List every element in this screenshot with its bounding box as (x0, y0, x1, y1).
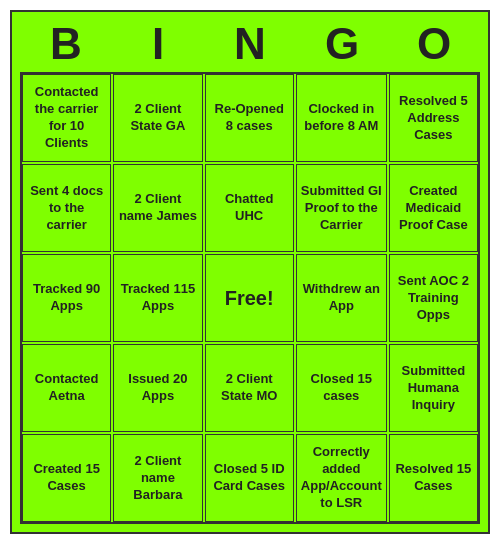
letter-i: I (114, 20, 202, 68)
bingo-cell-6[interactable]: 2 Client name James (113, 164, 202, 252)
bingo-cell-1[interactable]: 2 Client State GA (113, 74, 202, 162)
bingo-cell-13[interactable]: Withdrew an App (296, 254, 387, 342)
bingo-cell-18[interactable]: Closed 15 cases (296, 344, 387, 432)
bingo-cell-9[interactable]: Created Medicaid Proof Case (389, 164, 478, 252)
bingo-cell-15[interactable]: Contacted Aetna (22, 344, 111, 432)
bingo-cell-24[interactable]: Resolved 15 Cases (389, 434, 478, 522)
bingo-cell-20[interactable]: Created 15 Cases (22, 434, 111, 522)
letter-b: B (22, 20, 110, 68)
bingo-cell-8[interactable]: Submitted GI Proof to the Carrier (296, 164, 387, 252)
bingo-cell-5[interactable]: Sent 4 docs to the carrier (22, 164, 111, 252)
bingo-card: B I N G O Contacted the carrier for 10 C… (10, 10, 490, 534)
letter-n: N (206, 20, 294, 68)
bingo-cell-2[interactable]: Re-Opened 8 cases (205, 74, 294, 162)
bingo-cell-19[interactable]: Submitted Humana Inquiry (389, 344, 478, 432)
letter-o: O (390, 20, 478, 68)
bingo-cell-3[interactable]: Clocked in before 8 AM (296, 74, 387, 162)
bingo-cell-22[interactable]: Closed 5 ID Card Cases (205, 434, 294, 522)
letter-g: G (298, 20, 386, 68)
bingo-cell-14[interactable]: Sent AOC 2 Training Opps (389, 254, 478, 342)
bingo-cell-7[interactable]: Chatted UHC (205, 164, 294, 252)
bingo-cell-10[interactable]: Tracked 90 Apps (22, 254, 111, 342)
bingo-cell-17[interactable]: 2 Client State MO (205, 344, 294, 432)
bingo-cell-16[interactable]: Issued 20 Apps (113, 344, 202, 432)
bingo-cell-4[interactable]: Resolved 5 Address Cases (389, 74, 478, 162)
bingo-cell-21[interactable]: 2 Client name Barbara (113, 434, 202, 522)
bingo-cell-12[interactable]: Free! (205, 254, 294, 342)
bingo-cell-23[interactable]: Correctly added App/Account to LSR (296, 434, 387, 522)
bingo-header: B I N G O (20, 20, 480, 68)
bingo-cell-11[interactable]: Tracked 115 Apps (113, 254, 202, 342)
bingo-cell-0[interactable]: Contacted the carrier for 10 Clients (22, 74, 111, 162)
bingo-grid: Contacted the carrier for 10 Clients2 Cl… (20, 72, 480, 524)
